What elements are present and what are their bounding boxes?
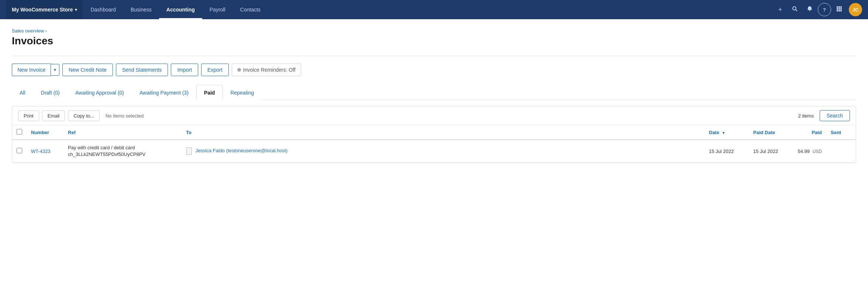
invoice-recipient-link[interactable]: Jessica Faldo (testoneuserone@local.host… [196, 148, 288, 154]
org-name-button[interactable]: My WooCommerce Store ▾ [6, 0, 83, 19]
svg-rect-8 [837, 10, 838, 11]
nav-icons: + ? [774, 3, 862, 16]
invoice-ref-line1: Pay with credit card / debit card [68, 144, 177, 151]
tab-awaiting-approval[interactable]: Awaiting Approval (0) [68, 85, 132, 100]
tab-awaiting-payment[interactable]: Awaiting Payment (3) [132, 85, 196, 100]
avatar-initials: JC [852, 7, 859, 13]
reminder-status-dot [237, 68, 241, 72]
tab-draft-label: Draft (0) [41, 90, 60, 96]
invoice-ref-line2: ch_3LLk2NEWT55PDvf50UyCP8PV [68, 151, 177, 158]
tab-awaiting-approval-label: Awaiting Approval (0) [75, 90, 124, 96]
paid-date-column-header[interactable]: Paid Date [749, 125, 793, 140]
send-statements-button[interactable]: Send Statements [116, 64, 168, 76]
org-name-label: My WooCommerce Store [12, 7, 73, 13]
invoice-currency: USD [813, 149, 822, 154]
print-button[interactable]: Print [18, 110, 39, 121]
question-icon: ? [823, 7, 826, 13]
svg-rect-10 [840, 10, 842, 11]
main-content: Sales overview › Invoices New Invoice ▾ … [0, 19, 868, 286]
new-invoice-split-button: New Invoice ▾ [12, 64, 59, 76]
invoice-amount: 54.99 [798, 149, 810, 154]
add-icon[interactable]: + [774, 3, 787, 16]
date-column-header[interactable]: Date ▼ [705, 125, 749, 140]
svg-rect-4 [840, 6, 842, 8]
tab-repeating[interactable]: Repeating [223, 85, 262, 100]
invoice-date: 15 Jul 2022 [709, 149, 734, 154]
invoice-reminders-button[interactable]: Invoice Reminders: Off [232, 64, 301, 76]
invoice-amount-cell: 54.99 USD [793, 140, 826, 163]
breadcrumb[interactable]: Sales overview › [12, 28, 856, 34]
svg-rect-9 [838, 10, 840, 11]
svg-line-1 [796, 10, 798, 11]
grid-icon-btn[interactable] [833, 3, 846, 16]
invoices-table: Number Ref To Date ▼ Paid Date [12, 125, 856, 163]
select-all-header [12, 125, 27, 140]
invoice-sent-cell [826, 140, 856, 163]
svg-rect-3 [838, 6, 840, 8]
tab-all[interactable]: All [12, 85, 33, 100]
nav-links: Dashboard Business Accounting Payroll Co… [83, 0, 774, 19]
nav-payroll[interactable]: Payroll [202, 0, 233, 19]
help-icon-btn[interactable]: ? [818, 3, 831, 16]
tab-all-label: All [20, 90, 25, 96]
paid-column-header[interactable]: Paid [793, 125, 826, 140]
copy-to-button[interactable]: Copy to... [68, 110, 100, 121]
tab-draft[interactable]: Draft (0) [33, 85, 68, 100]
number-column-header[interactable]: Number [27, 125, 63, 140]
divider [12, 56, 856, 56]
row-checkbox-cell [12, 140, 27, 163]
ref-column-header[interactable]: Ref [63, 125, 182, 140]
chevron-down-icon: ▾ [54, 67, 56, 72]
notifications-icon-btn[interactable] [803, 3, 816, 16]
row-checkbox[interactable] [17, 148, 22, 153]
table-container: Print Email Copy to... No items selected… [12, 106, 856, 163]
nav-business[interactable]: Business [123, 0, 159, 19]
tab-repeating-label: Repeating [230, 90, 254, 96]
invoice-paid-date-cell: 15 Jul 2022 [749, 140, 793, 163]
tab-awaiting-payment-label: Awaiting Payment (3) [140, 90, 189, 96]
search-icon-btn[interactable] [788, 3, 802, 16]
import-button[interactable]: Import [171, 64, 198, 76]
new-credit-note-button[interactable]: New Credit Note [62, 64, 113, 76]
invoice-date-cell: 15 Jul 2022 [705, 140, 749, 163]
invoice-paid-date: 15 Jul 2022 [753, 149, 778, 154]
new-invoice-dropdown-button[interactable]: ▾ [51, 64, 59, 76]
table-header: Number Ref To Date ▼ Paid Date [12, 125, 856, 140]
tabs: All Draft (0) Awaiting Approval (0) Awai… [12, 85, 856, 100]
table-body: WT-4323 Pay with credit card / debit car… [12, 140, 856, 163]
tab-paid[interactable]: Paid [196, 85, 223, 100]
items-count: 2 items [798, 113, 814, 119]
nav-contacts[interactable]: Contacts [233, 0, 268, 19]
table-header-row: Number Ref To Date ▼ Paid Date [12, 125, 856, 140]
action-buttons: New Invoice ▾ New Credit Note Send State… [12, 64, 856, 76]
table-toolbar: Print Email Copy to... No items selected… [12, 106, 856, 125]
to-column-header[interactable]: To [182, 125, 705, 140]
email-button[interactable]: Email [42, 110, 65, 121]
grid-icon [836, 6, 842, 13]
search-icon [792, 6, 798, 13]
date-sort-arrow: ▼ [722, 131, 726, 135]
top-navigation: My WooCommerce Store ▾ Dashboard Busines… [0, 0, 868, 19]
nav-dashboard[interactable]: Dashboard [83, 0, 123, 19]
search-button[interactable]: Search [820, 110, 850, 121]
document-icon [186, 147, 192, 155]
new-invoice-button[interactable]: New Invoice [12, 64, 51, 76]
invoice-ref-cell: Pay with credit card / debit card ch_3LL… [63, 140, 182, 163]
select-all-checkbox[interactable] [17, 129, 22, 135]
bell-icon [807, 6, 813, 13]
svg-rect-7 [840, 8, 842, 10]
tab-paid-label: Paid [204, 90, 215, 96]
svg-rect-6 [838, 8, 840, 10]
plus-icon: + [778, 6, 782, 14]
svg-rect-5 [837, 8, 838, 10]
page-title: Invoices [12, 35, 856, 47]
sent-column-header[interactable]: Sent [826, 125, 856, 140]
invoice-number-link[interactable]: WT-4323 [31, 149, 51, 154]
svg-point-0 [793, 7, 796, 10]
export-button[interactable]: Export [201, 64, 228, 76]
avatar[interactable]: JC [849, 3, 862, 16]
nav-accounting[interactable]: Accounting [159, 0, 202, 19]
invoice-reminders-label: Invoice Reminders: Off [243, 67, 296, 73]
invoice-number-cell: WT-4323 [27, 140, 63, 163]
svg-rect-2 [837, 6, 838, 8]
